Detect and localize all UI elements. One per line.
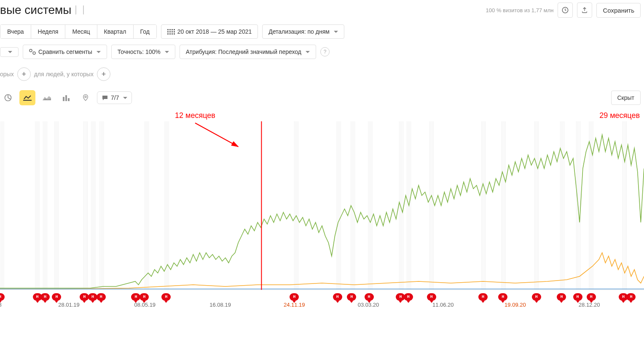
view-line-button[interactable] (19, 90, 35, 105)
view-bar-button[interactable] (58, 90, 74, 105)
add-visit-filter-button[interactable]: + (17, 67, 31, 81)
event-marker[interactable]: н (478, 293, 488, 301)
event-marker[interactable]: н (140, 293, 149, 301)
chart-canvas[interactable] (0, 114, 644, 302)
save-button[interactable]: Сохранить (596, 3, 641, 18)
view-area-button[interactable] (39, 90, 55, 105)
chevron-down-icon (8, 51, 12, 53)
event-marker[interactable]: н (97, 293, 106, 301)
hide-button[interactable]: Скрыт (611, 91, 641, 105)
compare-label: Сравнить сегменты (38, 48, 92, 55)
event-marker[interactable]: н (626, 293, 636, 301)
visits-summary: 100 % визитов из 1,77 млн (486, 7, 554, 13)
x-axis-labels: 828.01.1908.05.1916.08.1924.11.1903.03.2… (0, 302, 644, 312)
event-marker[interactable]: н (557, 293, 566, 301)
add-people-filter-button[interactable]: + (97, 67, 110, 81)
page-title: вые системы (0, 3, 71, 17)
comment-icon (102, 95, 108, 101)
attribution-label: Атрибуция: Последний значимый переход (186, 48, 301, 55)
help-icon[interactable]: ? (320, 47, 330, 56)
series-counter-label: 7/7 (111, 94, 119, 101)
date-range-label: 20 окт 2018 — 25 мар 2021 (177, 28, 252, 35)
period-year[interactable]: Год (134, 25, 156, 38)
accuracy-label: Точность: 100% (118, 48, 161, 55)
event-marker[interactable]: н (498, 293, 507, 301)
date-range-button[interactable]: 20 окт 2018 — 25 мар 2021 (161, 24, 258, 39)
event-marker[interactable]: н (404, 293, 413, 301)
export-button[interactable] (577, 3, 592, 18)
period-week[interactable]: Неделя (31, 25, 66, 38)
series-counter-button[interactable]: 7/7 (97, 91, 132, 104)
chart-area: 12 месяцев 29 месяцев 828.01.1908.05.191… (0, 114, 644, 312)
chevron-down-icon (306, 51, 310, 53)
chevron-down-icon (165, 51, 169, 53)
period-month[interactable]: Месяц (65, 25, 97, 38)
period-yesterday[interactable]: Вчера (0, 25, 31, 38)
svg-rect-5 (63, 97, 64, 101)
event-marker[interactable]: н (365, 293, 374, 301)
event-marker[interactable]: н (80, 293, 89, 301)
event-marker[interactable]: н (333, 293, 342, 301)
calendar-icon (167, 29, 175, 35)
event-marker[interactable]: н (40, 293, 50, 301)
event-marker[interactable]: н (161, 293, 171, 301)
bookmark-icon[interactable] (75, 5, 84, 15)
extra-dropdown[interactable] (0, 47, 19, 57)
event-marker[interactable]: н (532, 293, 541, 301)
event-marker[interactable]: н (427, 293, 436, 301)
period-quarter[interactable]: Квартал (97, 25, 134, 38)
svg-rect-6 (65, 95, 67, 101)
event-marker[interactable]: н (52, 293, 61, 301)
event-marker[interactable]: н (347, 293, 356, 301)
x-tick-label: 19.09.20 (504, 302, 526, 308)
chevron-down-icon (334, 31, 338, 33)
attribution-button[interactable]: Атрибуция: Последний значимый переход (180, 45, 316, 59)
chevron-down-icon (123, 97, 127, 99)
detail-label: Детализация: по дням (268, 28, 330, 35)
event-marker[interactable]: н (587, 293, 596, 301)
filter-visits-fragment: орых (0, 71, 14, 78)
svg-rect-7 (68, 98, 70, 101)
event-marker[interactable]: н (131, 293, 140, 301)
period-selector: Вчера Неделя Месяц Квартал Год (0, 24, 157, 39)
accuracy-button[interactable]: Точность: 100% (111, 45, 175, 59)
chevron-down-icon (97, 51, 101, 53)
filter-people-text: для людей, у которых (34, 71, 94, 78)
x-tick-label: 11.06.20 (432, 302, 454, 308)
view-pie-button[interactable] (0, 90, 16, 105)
event-marker[interactable]: н (573, 293, 582, 301)
compare-segments-button[interactable]: Сравнить сегменты (23, 45, 107, 59)
view-map-button[interactable] (78, 90, 94, 105)
compare-icon (29, 49, 36, 55)
event-marker[interactable]: н (290, 293, 299, 301)
history-button[interactable] (558, 3, 573, 18)
svg-point-8 (85, 96, 86, 98)
svg-point-1 (30, 49, 32, 52)
x-tick-label: 28.01.19 (58, 302, 80, 308)
svg-point-2 (33, 52, 35, 54)
x-tick-label: 16.08.19 (209, 302, 231, 308)
detail-button[interactable]: Детализация: по дням (262, 24, 344, 39)
event-marker[interactable]: н (88, 293, 97, 301)
